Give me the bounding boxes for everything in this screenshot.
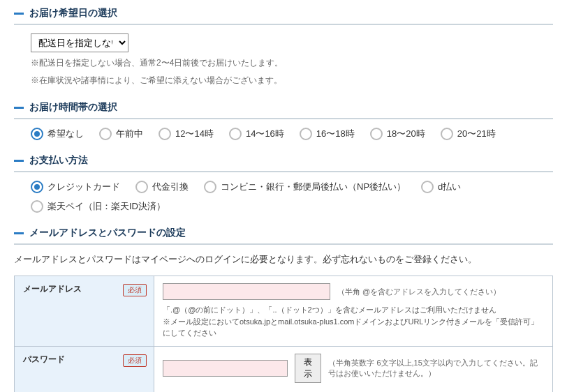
radio-label: 午前中 — [116, 128, 143, 140]
payment-section: お支払い方法 クレジットカード代金引換コンビニ・銀行・郵便局後払い（NP後払い）… — [14, 154, 553, 213]
delivery-time-options: 希望なし午前中12〜14時14〜16時16〜18時18〜20時20〜21時 — [31, 128, 553, 140]
delivery-date-note1: ※配送日を指定しない場合、通常2〜4日前後でお届けいたします。 — [31, 56, 553, 70]
password-show-button[interactable]: 表示 — [295, 354, 321, 383]
email-input-cell: （半角 @を含むアドレスを入力してください） 「.@（@の前にドット）」、「..… — [154, 276, 553, 347]
delivery-time-option[interactable]: 午前中 — [99, 128, 143, 140]
password-input[interactable] — [163, 360, 288, 377]
payment-option[interactable]: クレジットカード — [31, 181, 120, 193]
payment-option[interactable]: d払い — [421, 181, 461, 193]
radio-icon — [421, 181, 434, 193]
radio-icon — [99, 128, 112, 140]
radio-label: 20〜21時 — [457, 128, 496, 140]
account-table: メールアドレス 必須 （半角 @を含むアドレスを入力してください） 「.@（@の… — [14, 276, 553, 392]
radio-icon — [31, 128, 43, 140]
section-title: お支払い方法 — [29, 154, 88, 167]
password-input-cell: 表示 （半角英数字 6文字以上,15文字以内で入力してください。記号はお使いいた… — [154, 346, 553, 392]
radio-icon — [135, 181, 148, 193]
radio-label: d払い — [438, 181, 461, 193]
payment-option[interactable]: 楽天ペイ（旧：楽天ID決済） — [31, 200, 165, 213]
delivery-date-section: お届け希望日の選択 配送日を指定しない ※配送日を指定しない場合、通常2〜4日前… — [14, 7, 553, 87]
radio-icon — [229, 128, 242, 140]
delivery-date-note2: ※在庫状況や諸事情により、ご希望に添えない場合がございます。 — [31, 74, 553, 87]
email-input[interactable] — [163, 283, 330, 300]
section-title: お届け時間帯の選択 — [29, 101, 117, 114]
delivery-time-option[interactable]: 14〜16時 — [229, 128, 284, 140]
dash-icon — [14, 107, 24, 109]
radio-label: 代金引換 — [152, 181, 189, 193]
radio-icon — [370, 128, 383, 140]
radio-label: 16〜18時 — [316, 128, 355, 140]
email-label: メールアドレス — [23, 284, 82, 294]
section-header: メールアドレスとパスワードの設定 — [14, 227, 553, 245]
delivery-time-option[interactable]: 12〜14時 — [159, 128, 214, 140]
radio-label: 楽天ペイ（旧：楽天ID決済） — [47, 200, 165, 213]
section-title: お届け希望日の選択 — [29, 7, 117, 20]
radio-icon — [159, 128, 171, 140]
section-header: お届け時間帯の選択 — [14, 101, 553, 119]
payment-option[interactable]: コンビニ・銀行・郵便局後払い（NP後払い） — [204, 181, 406, 193]
section-title: メールアドレスとパスワードの設定 — [29, 227, 186, 239]
payment-options-1: クレジットカード代金引換コンビニ・銀行・郵便局後払い（NP後払い）d払い — [31, 181, 553, 193]
dash-icon — [14, 13, 24, 15]
delivery-time-option[interactable]: 20〜21時 — [441, 128, 496, 140]
email-note2: ※メール設定においてotsuka.jpとmail.otsuka-plus1.co… — [163, 316, 544, 339]
radio-label: 18〜20時 — [387, 128, 425, 140]
password-label-cell: パスワード 必須 — [15, 346, 154, 392]
section-header: お届け希望日の選択 — [14, 7, 553, 25]
delivery-time-option[interactable]: 18〜20時 — [370, 128, 425, 140]
required-badge: 必須 — [123, 354, 147, 367]
radio-icon — [204, 181, 216, 193]
email-label-cell: メールアドレス 必須 — [15, 276, 154, 347]
delivery-date-select[interactable]: 配送日を指定しない — [31, 33, 128, 52]
radio-icon — [31, 181, 43, 193]
delivery-time-option[interactable]: 16〜18時 — [300, 128, 355, 140]
delivery-time-option[interactable]: 希望なし — [31, 128, 84, 140]
radio-icon — [300, 128, 312, 140]
radio-label: コンビニ・銀行・郵便局後払い（NP後払い） — [221, 181, 406, 193]
radio-icon — [441, 128, 453, 140]
dash-icon — [14, 232, 24, 234]
radio-icon — [31, 200, 43, 213]
password-label: パスワード — [23, 354, 65, 364]
account-section: メールアドレスとパスワードの設定 メールアドレスとパスワードはマイページへのログ… — [14, 227, 553, 392]
password-hint: （半角英数字 6文字以上,15文字以内で入力してください。記号はお使いいただけま… — [328, 358, 544, 379]
radio-label: 14〜16時 — [246, 128, 284, 140]
delivery-time-section: お届け時間帯の選択 希望なし午前中12〜14時14〜16時16〜18時18〜20… — [14, 101, 553, 140]
radio-label: クレジットカード — [47, 181, 120, 193]
radio-label: 希望なし — [47, 128, 84, 140]
dash-icon — [14, 160, 24, 162]
section-header: お支払い方法 — [14, 154, 553, 172]
payment-options-2: 楽天ペイ（旧：楽天ID決済） — [31, 200, 553, 213]
email-hint: （半角 @を含むアドレスを入力してください） — [337, 287, 501, 297]
radio-label: 12〜14時 — [175, 128, 214, 140]
account-intro: メールアドレスとパスワードはマイページへのログインに必要となります。必ず忘れない… — [14, 253, 553, 266]
required-badge: 必須 — [123, 284, 147, 296]
payment-option[interactable]: 代金引換 — [135, 181, 189, 193]
email-note1: 「.@（@の前にドット）」、「..（ドット2つ）」を含むメールアドレスはご利用い… — [163, 304, 544, 316]
